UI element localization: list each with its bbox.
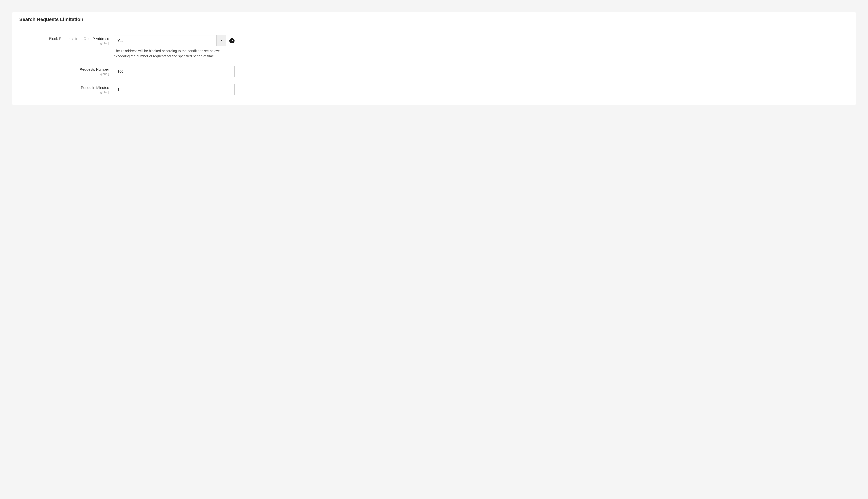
label-period-minutes: Period in Minutes [19, 85, 109, 90]
requests-number-input[interactable] [114, 66, 234, 77]
scope-period-minutes: [global] [19, 90, 109, 94]
control-col [114, 84, 234, 95]
row-block-requests: Block Requests from One IP Address [glob… [19, 35, 849, 59]
scope-block-requests: [global] [19, 42, 109, 45]
label-col: Period in Minutes [global] [19, 84, 114, 94]
control-col [114, 66, 234, 77]
control-col: Yes The IP address will be blocked accor… [114, 35, 234, 59]
panel-title: Search Requests Limitation [19, 17, 849, 22]
row-period-minutes: Period in Minutes [global] [19, 84, 849, 95]
control-inner [114, 84, 234, 95]
label-col: Block Requests from One IP Address [glob… [19, 35, 114, 45]
period-minutes-input[interactable] [114, 84, 234, 95]
label-requests-number: Requests Number [19, 67, 109, 72]
select-wrap: Yes [114, 35, 226, 46]
scope-requests-number: [global] [19, 72, 109, 76]
label-block-requests: Block Requests from One IP Address [19, 36, 109, 41]
help-icon[interactable]: ? [229, 38, 234, 44]
row-requests-number: Requests Number [global] [19, 66, 849, 77]
settings-panel: Search Requests Limitation Block Request… [12, 12, 856, 105]
label-col: Requests Number [global] [19, 66, 114, 76]
hint-block-requests: The IP address will be blocked according… [114, 48, 226, 59]
control-inner: Yes The IP address will be blocked accor… [114, 35, 226, 59]
control-inner [114, 66, 234, 77]
block-requests-select[interactable]: Yes [114, 35, 226, 46]
